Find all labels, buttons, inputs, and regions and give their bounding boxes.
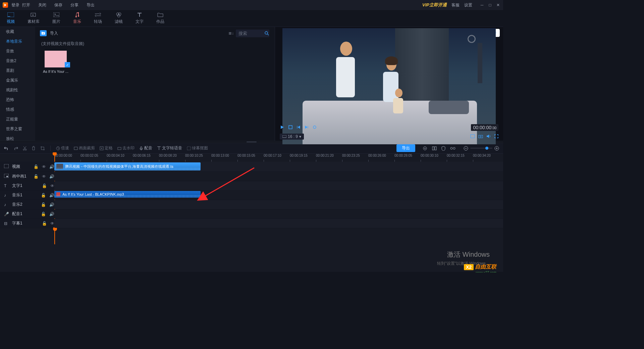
import-folder-icon[interactable] bbox=[40, 30, 47, 36]
eye-icon[interactable]: 👁 bbox=[42, 174, 46, 179]
record-button[interactable] bbox=[313, 125, 317, 130]
split-view-button[interactable] bbox=[432, 146, 437, 150]
lock-icon[interactable]: 🔓 bbox=[42, 184, 47, 188]
freeze-button[interactable]: 定格 bbox=[100, 145, 113, 151]
login-link[interactable]: 登录 bbox=[11, 2, 19, 8]
mute-icon[interactable]: 🔊 bbox=[49, 164, 54, 169]
timeline[interactable]: 00:00:00:00 00:00:02:05 00:00:04:10 00:0… bbox=[0, 154, 503, 272]
sidebar-item-positive[interactable]: 正能量 bbox=[0, 114, 35, 124]
mute-icon[interactable]: 🔊 bbox=[49, 212, 54, 216]
track-music2[interactable]: ♪音乐2🔓🔊 bbox=[0, 200, 503, 209]
menu-close[interactable]: 关闭 bbox=[38, 2, 46, 8]
track-subtitle[interactable]: ⊟字幕1🔓👁 bbox=[0, 219, 503, 228]
ruler-tick: 00:00:17:10 bbox=[264, 154, 290, 162]
lock-icon[interactable]: 🔓 bbox=[41, 212, 46, 216]
sidebar-item-comedy[interactable]: 喜剧 bbox=[0, 66, 35, 76]
track-music1[interactable]: ♪音乐1🔓🔊 As If It's Your Last - BLACKPINK.… bbox=[0, 191, 503, 200]
cut-button[interactable] bbox=[23, 146, 27, 151]
sidebar-item-metal[interactable]: 金属乐 bbox=[0, 76, 35, 85]
mute-icon[interactable]: 🔊 bbox=[49, 193, 54, 198]
track-text[interactable]: T文字1🔓👁 bbox=[0, 181, 503, 191]
sidebar-item-horror[interactable]: 恐怖 bbox=[0, 95, 35, 105]
aspect-ratio-select[interactable]: 16 : 9 ▾ bbox=[280, 134, 304, 140]
maximize-button[interactable]: □ bbox=[488, 3, 492, 7]
zoom-slider[interactable] bbox=[470, 148, 492, 149]
lock-icon[interactable]: 🔓 bbox=[34, 174, 39, 179]
redo-button[interactable] bbox=[13, 146, 18, 150]
mute-icon[interactable]: 🔊 bbox=[49, 202, 54, 207]
link-button[interactable] bbox=[450, 147, 455, 150]
sidebar-item-sfx[interactable]: 音效 bbox=[0, 46, 35, 56]
tab-music[interactable]: 音乐 bbox=[73, 12, 81, 24]
export-button[interactable]: 导出 bbox=[396, 144, 415, 152]
close-button[interactable]: ✕ bbox=[496, 3, 500, 7]
sort-icon[interactable]: ≣↓ bbox=[228, 31, 234, 36]
crop-tool-button[interactable] bbox=[40, 146, 45, 151]
track-pip[interactable]: 画中画1🔓👁🔊 bbox=[0, 172, 503, 181]
search-icon[interactable] bbox=[263, 30, 270, 37]
video-clip[interactable]: 腾讯视频－中国领先的在线视频媒体平台,海量高清视频在线观看.ts bbox=[54, 162, 201, 170]
tts-button[interactable]: 文字转语音 bbox=[157, 145, 182, 151]
media-item[interactable]: ✓ As If It's Your ... bbox=[41, 51, 70, 73]
track-video[interactable]: 视频 🔓 👁 🔊 腾讯视频－中国领先的在线视频媒体平台,海量高清视频在线观看.t… bbox=[0, 162, 503, 172]
vip-link[interactable]: VIP立即开通 bbox=[422, 2, 447, 8]
lock-icon[interactable]: 🔓 bbox=[41, 193, 46, 198]
tab-filter[interactable]: 滤镜 bbox=[115, 12, 123, 24]
sidebar-item-local-music[interactable]: 本地音乐 bbox=[0, 37, 35, 46]
safe-zone-button[interactable] bbox=[441, 146, 445, 151]
next-frame-button[interactable] bbox=[305, 125, 309, 130]
zoom-out-button[interactable] bbox=[464, 146, 468, 151]
sidebar-item-emotion[interactable]: 情感 bbox=[0, 105, 35, 114]
zoom-in-button[interactable] bbox=[494, 146, 499, 151]
subtitle-track-icon: ⊟ bbox=[4, 221, 9, 226]
time-ruler[interactable]: 00:00:00:00 00:00:02:05 00:00:04:10 00:0… bbox=[0, 154, 503, 162]
lock-icon[interactable]: 🔓 bbox=[42, 221, 47, 226]
tab-transition[interactable]: 转场 bbox=[94, 12, 102, 24]
camera-icon[interactable] bbox=[478, 134, 483, 139]
snapshot-crop-icon[interactable] bbox=[470, 134, 475, 139]
eye-icon[interactable]: 👁 bbox=[42, 164, 46, 169]
fullscreen-icon[interactable] bbox=[494, 134, 498, 139]
sidebar-item-world[interactable]: 世界之窗 bbox=[0, 124, 35, 134]
tab-video[interactable]: 视频 bbox=[7, 12, 15, 24]
stop-button[interactable] bbox=[288, 125, 292, 130]
media-thumbnail[interactable]: ✓ bbox=[45, 51, 67, 67]
delete-button[interactable] bbox=[32, 146, 36, 151]
mute-icon[interactable]: 🔊 bbox=[49, 174, 54, 179]
tab-works[interactable]: 作品 bbox=[156, 12, 164, 24]
menu-open[interactable]: 打开 bbox=[22, 2, 30, 8]
import-button[interactable]: 导入 bbox=[50, 31, 58, 36]
menu-export[interactable]: 导出 bbox=[87, 2, 95, 8]
eye-icon[interactable]: 👁 bbox=[50, 221, 54, 226]
tab-image[interactable]: 图片 bbox=[52, 12, 60, 24]
sidebar-item-sfx2[interactable]: 音效2 bbox=[0, 56, 35, 66]
sidebar-item-dramatic[interactable]: 戏剧性 bbox=[0, 85, 35, 95]
menu-save[interactable]: 保存 bbox=[54, 2, 62, 8]
volume-icon[interactable] bbox=[486, 134, 491, 139]
tab-library[interactable]: 素材库 bbox=[28, 12, 40, 24]
audio-clip[interactable]: As If It's Your Last - BLACKPINK.mp3 bbox=[54, 191, 201, 198]
category-sidebar[interactable]: 收藏 本地音乐 音效 音效2 喜剧 金属乐 戏剧性 恐怖 情感 正能量 世界之窗… bbox=[0, 27, 35, 141]
eye-icon[interactable]: 👁 bbox=[50, 184, 54, 188]
minimize-button[interactable]: ─ bbox=[480, 3, 484, 7]
marker-button[interactable] bbox=[423, 146, 427, 151]
dub-button[interactable]: 配音 bbox=[139, 145, 152, 151]
greenscreen-button[interactable]: 绿幕抠图 bbox=[187, 145, 208, 151]
menu-share[interactable]: 分享 bbox=[70, 2, 78, 8]
tab-text[interactable]: 文字 bbox=[136, 12, 144, 24]
play-button[interactable] bbox=[280, 125, 284, 131]
sidebar-item-favorite[interactable]: 收藏 bbox=[0, 27, 35, 37]
filter-icon bbox=[115, 12, 122, 17]
lock-icon[interactable]: 🔓 bbox=[34, 164, 39, 169]
crop-button[interactable]: 画面裁剪 bbox=[74, 145, 95, 151]
speed-button[interactable]: 倍速 bbox=[56, 145, 69, 151]
undo-button[interactable] bbox=[4, 146, 9, 150]
sidebar-item-relax[interactable]: 放松 bbox=[0, 134, 35, 141]
help-link[interactable]: 客服 bbox=[451, 2, 460, 8]
prev-frame-button[interactable] bbox=[297, 125, 301, 130]
track-dub[interactable]: 🎤配音1🔓🔊 bbox=[0, 209, 503, 219]
remove-watermark-button[interactable]: 去水印 bbox=[117, 145, 135, 151]
lock-icon[interactable]: 🔓 bbox=[41, 202, 46, 207]
track-header: 视频 🔓 👁 🔊 bbox=[0, 162, 54, 171]
settings-link[interactable]: 设置 bbox=[464, 2, 472, 8]
